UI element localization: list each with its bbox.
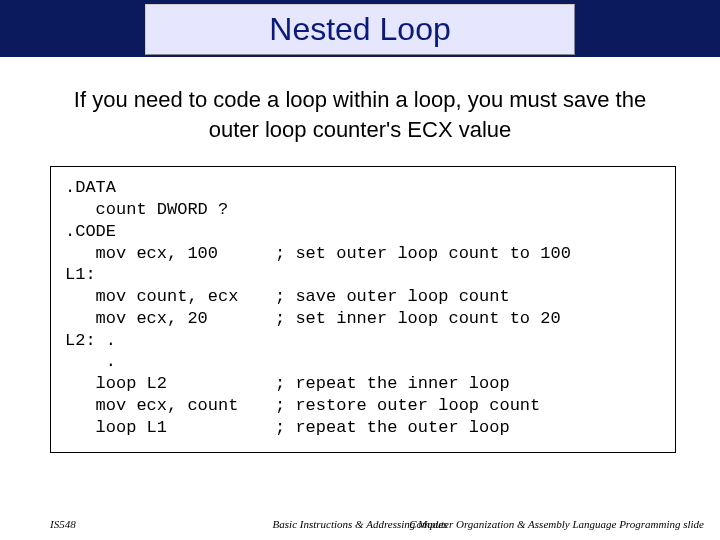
- code-instr: mov ecx, 20: [65, 308, 275, 330]
- code-line: L2: .: [65, 330, 661, 352]
- footer-right: Computer Organization & Assembly Languag…: [409, 518, 704, 530]
- code-line: mov count, ecx; save outer loop count: [65, 286, 661, 308]
- code-comment: ; set outer loop count to 100: [275, 244, 571, 263]
- code-comment: ; restore outer loop count: [275, 396, 540, 415]
- code-instr: mov count, ecx: [65, 286, 275, 308]
- code-box: .DATA count DWORD ? .CODE mov ecx, 100; …: [50, 166, 676, 453]
- code-instr: loop L1: [65, 417, 275, 439]
- code-comment: ; save outer loop count: [275, 287, 510, 306]
- code-line: .CODE: [65, 221, 661, 243]
- code-line: loop L2; repeat the inner loop: [65, 373, 661, 395]
- slide-body-text: If you need to code a loop within a loop…: [50, 85, 670, 144]
- slide-title: Nested Loop: [146, 11, 574, 48]
- code-comment: ; repeat the inner loop: [275, 374, 510, 393]
- code-instr: loop L2: [65, 373, 275, 395]
- code-line: .: [65, 351, 661, 373]
- code-line: mov ecx, 100; set outer loop count to 10…: [65, 243, 661, 265]
- code-line: L1:: [65, 264, 661, 286]
- slide-root: Nested Loop If you need to code a loop w…: [0, 0, 720, 540]
- code-comment: ; repeat the outer loop: [275, 418, 510, 437]
- code-line: mov ecx, count; restore outer loop count: [65, 395, 661, 417]
- code-line: count DWORD ?: [65, 199, 661, 221]
- code-instr: mov ecx, count: [65, 395, 275, 417]
- code-instr: mov ecx, 100: [65, 243, 275, 265]
- title-bar: Nested Loop: [0, 0, 720, 57]
- code-comment: ; set inner loop count to 20: [275, 309, 561, 328]
- title-box: Nested Loop: [145, 4, 575, 55]
- code-line: mov ecx, 20; set inner loop count to 20: [65, 308, 661, 330]
- code-line: .DATA: [65, 177, 661, 199]
- code-line: loop L1; repeat the outer loop: [65, 417, 661, 439]
